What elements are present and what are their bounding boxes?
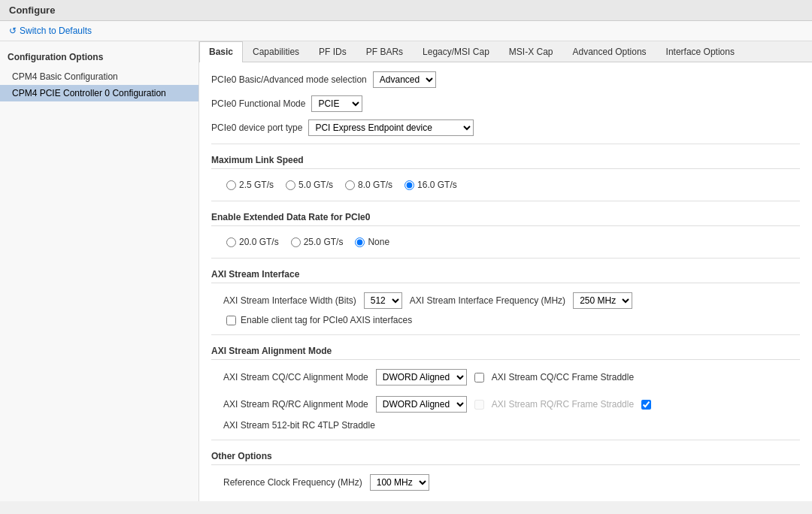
axi-width-select[interactable]: 128 256 512 xyxy=(364,292,402,309)
tab-pf-ids[interactable]: PF IDs xyxy=(309,41,356,62)
axi-cqcc-frame-straddle-label: AXI Stream CQ/CC Frame Straddle xyxy=(492,372,634,382)
basic-advanced-mode-label: PCIe0 Basic/Advanced mode selection xyxy=(211,74,367,85)
enable-client-tag-checkbox[interactable] xyxy=(226,316,236,325)
axi-rqrc-align-row: AXI Stream RQ/RC Alignment Mode DWORD Al… xyxy=(211,393,800,434)
sidebar-title: Configuration Options xyxy=(0,49,198,68)
speed-2-5-option[interactable]: 2.5 GT/s xyxy=(226,180,274,190)
enable-client-tag-row: Enable client tag for PCIe0 AXIS interfa… xyxy=(211,312,800,328)
sidebar-item-basic-config[interactable]: CPM4 Basic Configuration xyxy=(0,68,198,85)
axi-freq-label: AXI Stream Interface Frequency (MHz) xyxy=(410,295,565,306)
tab-basic[interactable]: Basic xyxy=(199,41,243,62)
title-label: Configure xyxy=(9,5,55,16)
axi-stream-form: AXI Stream Interface Width (Bits) 128 25… xyxy=(211,289,800,312)
functional-mode-select[interactable]: PCIE SRIOV xyxy=(311,95,362,112)
speed-8-0-option[interactable]: 8.0 GT/s xyxy=(345,180,392,190)
ref-clock-freq-select[interactable]: 100 MHz 125 MHz 250 MHz xyxy=(370,474,429,491)
refresh-icon: ↺ xyxy=(9,26,17,36)
axi-freq-select[interactable]: 125 MHz 250 MHz 500 MHz xyxy=(573,292,632,309)
tab-msi-x[interactable]: MSI-X Cap xyxy=(499,41,563,62)
ext-data-rate-group: 20.0 GT/s 25.0 GT/s None xyxy=(211,232,800,252)
tab-pf-bars[interactable]: PF BARs xyxy=(356,41,413,62)
enable-pcie-link-debug-row: Enable PCIe-Link Debug xyxy=(211,498,800,501)
tab-interface-options[interactable]: Interface Options xyxy=(656,41,744,62)
tab-legacy-msi[interactable]: Legacy/MSI Cap xyxy=(413,41,499,62)
tab-capabilities[interactable]: Capabilities xyxy=(243,41,309,62)
axi-rqrc-frame-straddle-checkbox[interactable] xyxy=(474,400,484,410)
enable-client-tag-label: Enable client tag for PCIe0 AXIS interfa… xyxy=(241,315,412,325)
axi-width-label: AXI Stream Interface Width (Bits) xyxy=(223,295,356,306)
axi-rqrc-align-label: AXI Stream RQ/RC Alignment Mode xyxy=(223,399,368,410)
device-port-type-select[interactable]: PCI Express Endpoint device PCI Express … xyxy=(308,119,474,136)
basic-advanced-mode-row: PCIe0 Basic/Advanced mode selection Adva… xyxy=(211,71,800,88)
speed-5-0-option[interactable]: 5.0 GT/s xyxy=(286,180,333,190)
functional-mode-row: PCIe0 Functional Mode PCIE SRIOV xyxy=(211,95,800,112)
axi-cqcc-frame-straddle-checkbox[interactable] xyxy=(474,373,484,382)
switch-to-defaults-button[interactable]: ↺ Switch to Defaults xyxy=(9,26,92,36)
toolbar: ↺ Switch to Defaults xyxy=(0,21,812,41)
axi-cqcc-align-select[interactable]: DWORD Aligned Address Aligned xyxy=(376,369,467,386)
basic-advanced-mode-select[interactable]: Advanced Basic xyxy=(373,71,436,88)
max-link-speed-header: Maximum Link Speed xyxy=(211,155,800,169)
device-port-type-label: PCIe0 device port type xyxy=(211,122,302,133)
sidebar: Configuration Options CPM4 Basic Configu… xyxy=(0,41,199,501)
content-area: Basic Capabilities PF IDs PF BARs Legacy… xyxy=(199,41,812,501)
max-link-speed-group: 2.5 GT/s 5.0 GT/s 8.0 GT/s 16.0 GT/s xyxy=(211,175,800,195)
ref-clock-freq-label: Reference Clock Frequency (MHz) xyxy=(223,477,362,488)
tab-advanced-options[interactable]: Advanced Options xyxy=(563,41,656,62)
axi-stream-512-label: AXI Stream 512-bit RC 4TLP Straddle xyxy=(223,420,375,431)
rate-25-option[interactable]: 25.0 GT/s xyxy=(291,237,344,247)
axi-align-header: AXI Stream Alignment Mode xyxy=(211,346,800,360)
other-options-header: Other Options xyxy=(211,451,800,465)
axi-cqcc-align-label: AXI Stream CQ/CC Alignment Mode xyxy=(223,372,368,382)
axi-stream-512-checkbox[interactable] xyxy=(641,400,651,410)
ref-clock-freq-row: Reference Clock Frequency (MHz) 100 MHz … xyxy=(211,471,800,494)
title-bar: Configure xyxy=(0,0,812,21)
rate-none-option[interactable]: None xyxy=(355,237,389,247)
axi-rqrc-align-select[interactable]: DWORD Aligned Address Aligned xyxy=(376,396,467,413)
sidebar-item-pcie-config[interactable]: CPM4 PCIE Controller 0 Configuration xyxy=(0,85,198,101)
functional-mode-label: PCIe0 Functional Mode xyxy=(211,98,305,109)
axi-stream-header: AXI Stream Interface xyxy=(211,269,800,283)
axi-rqrc-frame-straddle-label: AXI Stream RQ/RC Frame Straddle xyxy=(492,399,634,410)
rate-20-option[interactable]: 20.0 GT/s xyxy=(226,237,279,247)
ext-data-rate-header: Enable Extended Data Rate for PCIe0 xyxy=(211,212,800,226)
axi-cqcc-align-row: AXI Stream CQ/CC Alignment Mode DWORD Al… xyxy=(211,366,800,389)
speed-16-0-option[interactable]: 16.0 GT/s xyxy=(404,180,457,190)
tabs-bar: Basic Capabilities PF IDs PF BARs Legacy… xyxy=(199,41,812,62)
device-port-type-row: PCIe0 device port type PCI Express Endpo… xyxy=(211,119,800,136)
